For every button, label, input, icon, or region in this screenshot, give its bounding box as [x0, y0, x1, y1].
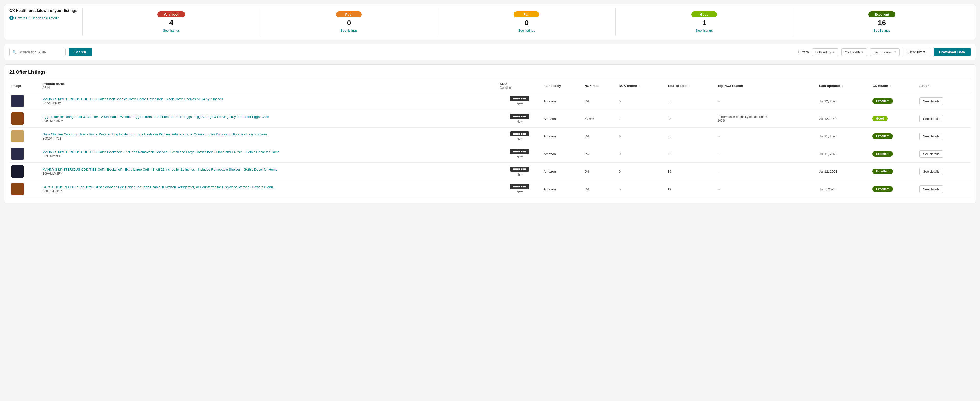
col-label-main: SKU — [500, 82, 507, 86]
last-updated-value: Jul 12, 2023 — [819, 170, 837, 173]
product-name-link[interactable]: Gui's Chicken Coop Egg Tray - Rustic Woo… — [42, 132, 496, 137]
product-image — [11, 183, 24, 195]
product-image-cell — [10, 163, 40, 180]
cx-see-listings-link[interactable]: See listings — [518, 29, 535, 32]
condition-label: New — [500, 155, 539, 158]
cx-count: 1 — [702, 19, 706, 27]
see-details-button[interactable]: See details — [919, 97, 943, 105]
fulfilled-by-cell: Amazon — [542, 110, 582, 128]
sku-badge: ■■■■■■■ — [510, 184, 529, 189]
total-orders-cell: 19 — [666, 180, 716, 198]
fulfilled-by-value: Amazon — [544, 152, 556, 156]
ncx-orders-value: 2 — [619, 117, 620, 120]
see-details-button[interactable]: See details — [919, 168, 943, 175]
ncx-rate-cell: 0% — [582, 145, 617, 163]
see-details-button[interactable]: See details — [919, 133, 943, 140]
listings-table-body: MANNY'S MYSTERIOUS ODDITIES Coffin Shelf… — [10, 92, 970, 198]
cx-see-listings-link[interactable]: See listings — [873, 29, 890, 32]
last-updated-filter-label: Last updated — [873, 50, 892, 54]
top-ncx-reason-value: -- — [718, 99, 720, 103]
search-input[interactable] — [19, 50, 59, 54]
total-orders-cell: 19 — [666, 163, 716, 180]
th-col-5[interactable]: NCX orders ↕ — [617, 79, 666, 92]
col-label-sub: Condition — [500, 86, 513, 90]
clear-filters-button[interactable]: Clear filters — [903, 48, 931, 56]
last-updated-filter[interactable]: Last updated ▼ — [870, 49, 900, 56]
last-updated-cell: Jul 12, 2023 — [817, 92, 870, 110]
cx-badge: Very poor — [158, 11, 185, 17]
cx-health-label-col: CX Health breakdown of your listings i H… — [10, 8, 83, 20]
last-updated-value: Jul 7, 2023 — [819, 187, 835, 191]
ncx-orders-cell: 0 — [617, 92, 666, 110]
cx-health-badge: Excellent — [872, 151, 893, 157]
ncx-orders-value: 0 — [619, 99, 620, 103]
see-details-button[interactable]: See details — [919, 115, 943, 122]
product-name-link[interactable]: GUI'S CHICKEN COOP Egg Tray - Rustic Woo… — [42, 185, 496, 190]
condition-label: New — [500, 102, 539, 106]
col-label: NCX orders — [619, 84, 637, 88]
th-col-0: Image — [10, 79, 40, 92]
th-col-7: Top NCX reason — [716, 79, 817, 92]
fulfilled-by-cell: Amazon — [542, 128, 582, 145]
cx-health-section: CX Health breakdown of your listings i H… — [4, 4, 976, 40]
total-orders-value: 35 — [668, 135, 671, 138]
sku-badge: ■■■■■■■ — [510, 166, 529, 172]
sort-icon: ↕ — [639, 84, 641, 87]
fulfilled-by-cell: Amazon — [542, 163, 582, 180]
product-name-cell: GUI'S CHICKEN COOP Egg Tray - Rustic Woo… — [40, 180, 498, 198]
product-name-cell: Egg Holder for Refrigerator & Counter - … — [40, 110, 498, 128]
total-orders-cell: 38 — [666, 110, 716, 128]
cx-count: 4 — [169, 19, 173, 27]
product-image — [11, 148, 24, 160]
action-cell: See details — [917, 110, 970, 128]
sku-cell: ■■■■■■■ New — [498, 163, 542, 180]
col-label: Last updated — [819, 84, 840, 88]
product-image — [11, 165, 24, 178]
th-col-4: NCX rate — [582, 79, 617, 92]
product-image — [11, 113, 24, 125]
see-details-button[interactable]: See details — [919, 185, 943, 193]
top-ncx-reason-value: -- — [718, 135, 720, 138]
col-label: Action — [919, 84, 929, 88]
col-label-main: Product name — [42, 82, 65, 86]
cx-health-filter[interactable]: CX Health ▼ — [842, 49, 867, 56]
total-orders-value: 19 — [668, 187, 671, 191]
cx-health-badge: Excellent — [872, 186, 893, 192]
see-details-button[interactable]: See details — [919, 150, 943, 158]
product-name-link[interactable]: Egg Holder for Refrigerator & Counter - … — [42, 114, 496, 119]
sku-badge: ■■■■■■■ — [510, 149, 529, 154]
how-calculated-link[interactable]: i How is CX Health calculated? — [10, 16, 77, 20]
col-label: Image — [11, 84, 21, 88]
th-col-3: Fulfilled by — [542, 79, 582, 92]
cx-health-cards: Very poor 4 See listings Poor 0 See list… — [83, 8, 970, 35]
cx-see-listings-link[interactable]: See listings — [696, 29, 713, 32]
listings-title: 21 Offer Listings — [10, 70, 970, 75]
top-ncx-reason-cell: -- — [716, 128, 817, 145]
cx-see-listings-link[interactable]: See listings — [163, 29, 180, 32]
search-button[interactable]: Search — [68, 48, 92, 56]
product-name-link[interactable]: MANNY'S MYSTERIOUS ODDITIES Coffin Books… — [42, 150, 496, 154]
product-name-link[interactable]: MANNY'S MYSTERIOUS ODDITIES Coffin Shelf… — [42, 97, 496, 101]
info-icon: i — [10, 16, 14, 20]
product-name-link[interactable]: MANNY'S MYSTERIOUS ODDITIES Coffin Books… — [42, 167, 496, 172]
th-col-10: Action — [917, 79, 970, 92]
fulfilled-by-value: Amazon — [544, 99, 556, 103]
table-row: MANNY'S MYSTERIOUS ODDITIES Coffin Shelf… — [10, 92, 970, 110]
ncx-orders-value: 0 — [619, 135, 620, 138]
action-cell: See details — [917, 163, 970, 180]
ncx-rate-value: 0% — [584, 152, 589, 156]
sku-badge: ■■■■■■■ — [510, 114, 529, 119]
cx-see-listings-link[interactable]: See listings — [340, 29, 357, 32]
last-updated-value: Jul 12, 2023 — [819, 99, 837, 103]
total-orders-value: 22 — [668, 152, 671, 156]
product-image — [11, 95, 24, 107]
download-data-button[interactable]: Download Data — [934, 48, 970, 56]
th-col-6[interactable]: Total orders ↕ — [666, 79, 716, 92]
product-asin: B07Z8HN212 — [42, 101, 496, 105]
last-updated-cell: Jul 7, 2023 — [817, 180, 870, 198]
fulfilled-by-filter[interactable]: Fulfilled by ▼ — [812, 49, 838, 56]
col-label: NCX rate — [584, 84, 598, 88]
th-col-8[interactable]: Last updated ↕ — [817, 79, 870, 92]
th-col-9[interactable]: CX Health ↕ — [870, 79, 917, 92]
th-col-1: Product nameASIN — [40, 79, 498, 92]
